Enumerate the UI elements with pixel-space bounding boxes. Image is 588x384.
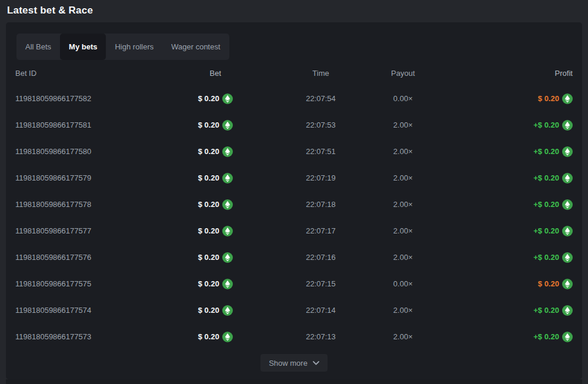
profit-amount: $ 0.20	[538, 94, 559, 103]
bet-amount: $ 0.20	[198, 94, 219, 103]
bet-time-cell: 22:07:14	[268, 306, 373, 315]
green-coin-icon	[562, 146, 573, 157]
header-time: Time	[268, 69, 373, 78]
bet-amount: $ 0.20	[198, 253, 219, 262]
bet-time-cell: 22:07:15	[268, 279, 373, 288]
bet-profit-cell: +$ 0.20	[433, 305, 573, 316]
green-coin-icon	[562, 305, 573, 316]
bet-payout-cell: 2.00×	[373, 226, 433, 235]
bet-amount: $ 0.20	[198, 173, 219, 182]
bet-amount: $ 0.20	[198, 332, 219, 341]
bet-id-cell: 119818059866177578	[15, 200, 162, 209]
green-coin-icon	[222, 332, 233, 342]
bet-payout-cell: 2.00×	[373, 253, 433, 262]
bet-time-cell: 22:07:18	[268, 200, 373, 209]
bet-payout-cell: 2.00×	[373, 147, 433, 156]
bet-amount: $ 0.20	[198, 279, 219, 288]
bet-payout-cell: 2.00×	[373, 200, 433, 209]
profit-amount: +$ 0.20	[533, 121, 559, 129]
header-bet-id: Bet ID	[15, 69, 162, 78]
table-row[interactable]: 119818059866177573 $ 0.20 22:07:13 2.00×…	[15, 323, 573, 350]
table-row[interactable]: 119818059866177577 $ 0.20 22:07:17 2.00×…	[15, 218, 573, 244]
header-bet: Bet	[162, 69, 268, 78]
bet-time-cell: 22:07:53	[268, 121, 373, 129]
table-row[interactable]: 119818059866177581 $ 0.20 22:07:53 2.00×…	[15, 112, 573, 138]
bet-time-cell: 22:07:51	[268, 147, 373, 156]
bet-time-cell: 22:07:13	[268, 332, 373, 341]
bet-amount-cell: $ 0.20	[162, 146, 268, 157]
bet-time-cell: 22:07:17	[268, 226, 373, 235]
table-row[interactable]: 119818059866177580 $ 0.20 22:07:51 2.00×…	[15, 138, 573, 165]
tab-wager-contest[interactable]: Wager contest	[162, 34, 229, 60]
bet-payout-cell: 0.00×	[373, 279, 433, 288]
tab-my-bets[interactable]: My bets	[60, 34, 106, 60]
bet-profit-cell: +$ 0.20	[433, 332, 573, 342]
table-row[interactable]: 119818059866177576 $ 0.20 22:07:16 2.00×…	[15, 244, 573, 271]
table-row[interactable]: 119818059866177575 $ 0.20 22:07:15 0.00×…	[15, 271, 573, 297]
green-coin-icon	[562, 279, 573, 289]
chevron-down-icon	[313, 361, 319, 365]
bets-tabs: All BetsMy betsHigh rollersWager contest	[16, 34, 229, 60]
bet-amount-cell: $ 0.20	[162, 173, 268, 183]
bet-id-cell: 119818059866177577	[15, 226, 162, 235]
bet-amount-cell: $ 0.20	[162, 199, 268, 210]
next-section-edge	[6, 379, 582, 384]
bet-payout-cell: 2.00×	[373, 306, 433, 315]
bet-id-cell: 119818059866177574	[15, 306, 162, 315]
table-header-row: Bet ID Bet Time Payout Profit	[15, 65, 573, 81]
bet-time-cell: 22:07:16	[268, 253, 373, 262]
table-row[interactable]: 119818059866177579 $ 0.20 22:07:19 2.00×…	[15, 165, 573, 191]
table-row[interactable]: 119818059866177574 $ 0.20 22:07:14 2.00×…	[15, 297, 573, 323]
green-coin-icon	[222, 199, 233, 210]
profit-amount: +$ 0.20	[533, 253, 559, 262]
bet-profit-cell: $ 0.20	[433, 94, 573, 104]
table-row[interactable]: 119818059866177578 $ 0.20 22:07:18 2.00×…	[15, 191, 573, 218]
green-coin-icon	[562, 120, 573, 131]
green-coin-icon	[222, 226, 233, 236]
bet-payout-cell: 2.00×	[373, 173, 433, 182]
bet-amount-cell: $ 0.20	[162, 279, 268, 289]
bet-amount: $ 0.20	[198, 306, 219, 315]
header-profit: Profit	[433, 69, 573, 78]
bet-id-cell: 119818059866177580	[15, 147, 162, 156]
table-row[interactable]: 119818059866177582 $ 0.20 22:07:54 0.00×…	[15, 85, 573, 112]
profit-amount: +$ 0.20	[533, 332, 559, 341]
bet-payout-cell: 2.00×	[373, 332, 433, 341]
green-coin-icon	[562, 173, 573, 183]
bet-id-cell: 119818059866177579	[15, 173, 162, 182]
bet-id-cell: 119818059866177581	[15, 121, 162, 129]
bet-amount-cell: $ 0.20	[162, 94, 268, 104]
green-coin-icon	[222, 279, 233, 289]
green-coin-icon	[222, 173, 233, 183]
bet-id-cell: 119818059866177575	[15, 279, 162, 288]
green-coin-icon	[222, 305, 233, 316]
bet-profit-cell: +$ 0.20	[433, 120, 573, 131]
show-more-button[interactable]: Show more	[260, 354, 328, 372]
profit-amount: +$ 0.20	[533, 147, 559, 156]
bet-amount: $ 0.20	[198, 226, 219, 235]
page-header: Latest bet & Race	[0, 0, 588, 22]
show-more-label: Show more	[269, 359, 308, 368]
header-payout: Payout	[373, 69, 433, 78]
green-coin-icon	[222, 94, 233, 104]
bet-profit-cell: +$ 0.20	[433, 252, 573, 263]
profit-amount: +$ 0.20	[533, 306, 559, 315]
green-coin-icon	[222, 146, 233, 157]
green-coin-icon	[562, 226, 573, 236]
green-coin-icon	[222, 120, 233, 131]
bet-profit-cell: $ 0.20	[433, 279, 573, 289]
profit-amount: +$ 0.20	[533, 173, 559, 182]
bet-amount-cell: $ 0.20	[162, 332, 268, 342]
tab-high-rollers[interactable]: High rollers	[106, 34, 162, 60]
bet-amount: $ 0.20	[198, 200, 219, 209]
bet-time-cell: 22:07:54	[268, 94, 373, 103]
bet-amount-cell: $ 0.20	[162, 120, 268, 131]
latest-bets-card: All BetsMy betsHigh rollersWager contest…	[6, 22, 582, 379]
bets-table-body: 119818059866177582 $ 0.20 22:07:54 0.00×…	[15, 85, 573, 350]
green-coin-icon	[562, 199, 573, 210]
bet-time-cell: 22:07:19	[268, 173, 373, 182]
bet-profit-cell: +$ 0.20	[433, 226, 573, 236]
bet-amount-cell: $ 0.20	[162, 305, 268, 316]
bet-amount: $ 0.20	[198, 121, 219, 129]
tab-all-bets[interactable]: All Bets	[16, 34, 60, 60]
